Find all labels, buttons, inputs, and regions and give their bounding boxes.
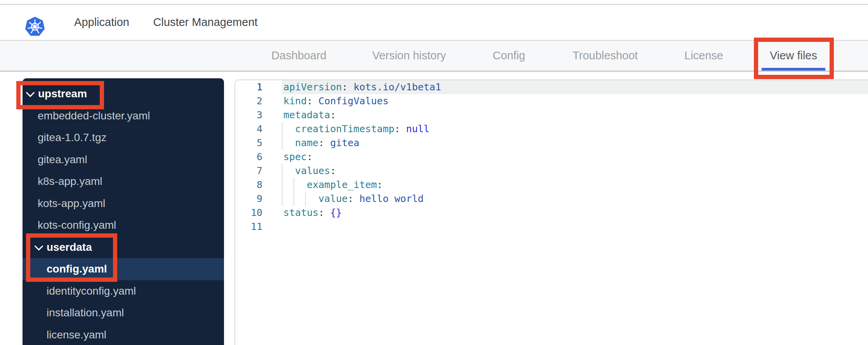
tab-application-label: Application: [74, 16, 129, 29]
subnav-version-history-label: Version history: [372, 49, 446, 62]
code-text: example_item:: [282, 178, 868, 192]
line-number: 4: [235, 122, 266, 136]
tree-file-label: kots-config.yaml: [38, 219, 116, 231]
subnav-dashboard-label: Dashboard: [271, 49, 326, 62]
tree-file-k8s-app[interactable]: k8s-app.yaml: [23, 171, 224, 193]
tree-folder-upstream-label: upstream: [38, 88, 87, 100]
line-number: 11: [235, 220, 266, 234]
chevron-down-icon: [35, 242, 43, 251]
tab-application[interactable]: Application: [74, 5, 129, 40]
tree-file-license[interactable]: license.yaml: [23, 324, 224, 345]
subnav-config-label: Config: [493, 49, 525, 62]
code-text: creationTimestamp: null: [282, 122, 868, 136]
tab-cluster-management[interactable]: Cluster Management: [153, 5, 257, 40]
tree-folder-userdata-label: userdata: [47, 241, 92, 254]
tree-file-gitea-tgz[interactable]: gitea-1.0.7.tgz: [23, 127, 224, 149]
file-content-editor[interactable]: 1apiVersion: kots.io/v1beta12kind: Confi…: [234, 79, 868, 345]
tree-file-label: gitea.yaml: [38, 154, 87, 166]
chevron-down-icon: [26, 88, 35, 97]
file-tree-sidebar: upstream embedded-cluster.yaml gitea-1.0…: [23, 78, 224, 345]
indent-guide: [282, 136, 283, 150]
code-text: value: hello world: [282, 192, 868, 206]
code-text: values:: [282, 164, 868, 178]
tree-file-label: installation.yaml: [47, 307, 124, 319]
code-line: 3metadata:: [235, 108, 868, 122]
line-number: 9: [235, 192, 266, 206]
app-subnav: Dashboard Version history Config Trouble…: [0, 41, 868, 72]
indent-guide: [282, 192, 283, 206]
code-line: 7 values:: [235, 164, 868, 178]
code-line: 10status: {}: [235, 206, 868, 220]
tree-file-label: identityconfig.yaml: [47, 285, 136, 297]
subnav-license[interactable]: License: [684, 41, 723, 71]
tree-file-kots-app[interactable]: kots-app.yaml: [23, 193, 224, 215]
line-number: 1: [235, 80, 266, 94]
code-text: apiVersion: kots.io/v1beta1: [282, 80, 868, 94]
indent-guide: [282, 178, 283, 192]
tree-file-label: gitea-1.0.7.tgz: [38, 131, 106, 144]
tree-folder-userdata[interactable]: userdata: [23, 236, 224, 259]
line-number: 6: [235, 150, 266, 164]
tree-file-installation[interactable]: installation.yaml: [23, 302, 224, 324]
tree-file-label: k8s-app.yaml: [38, 175, 102, 188]
subnav-version-history[interactable]: Version history: [372, 41, 446, 71]
subnav-troubleshoot[interactable]: Troubleshoot: [573, 41, 638, 71]
code-line: 11: [235, 220, 868, 234]
subnav-license-label: License: [684, 49, 723, 62]
tree-file-identityconfig[interactable]: identityconfig.yaml: [23, 280, 224, 302]
line-number: 10: [235, 206, 266, 220]
subnav-troubleshoot-label: Troubleshoot: [573, 49, 638, 62]
indent-guide: [282, 122, 283, 136]
indent-guide: [293, 192, 294, 206]
subnav-view-files-label: View files: [770, 49, 817, 62]
subnav-config[interactable]: Config: [493, 41, 525, 71]
subnav-dashboard[interactable]: Dashboard: [271, 41, 326, 71]
code-text: kind: ConfigValues: [282, 94, 868, 108]
tree-file-config-selected[interactable]: config.yaml: [23, 258, 224, 280]
code-line: 2kind: ConfigValues: [235, 94, 868, 108]
code-line: 5 name: gitea: [235, 136, 868, 150]
code-line: 4 creationTimestamp: null: [235, 122, 868, 136]
line-number: 2: [235, 94, 266, 108]
code-text: metadata:: [282, 108, 868, 122]
code-line: 9 value: hello world: [235, 192, 868, 206]
indent-guide: [282, 164, 283, 178]
kubernetes-logo-icon: [24, 16, 46, 38]
active-subnav-underline: [762, 68, 825, 71]
code-line: 8 example_item:: [235, 178, 868, 192]
tree-file-label: config.yaml: [47, 263, 107, 275]
code-line: 1apiVersion: kots.io/v1beta1: [235, 80, 868, 94]
code-text: name: gitea: [282, 136, 868, 150]
subnav-view-files[interactable]: View files: [770, 41, 817, 71]
line-number: 8: [235, 178, 266, 192]
line-number: 5: [235, 136, 266, 150]
line-number: 7: [235, 164, 266, 178]
indent-guide: [305, 192, 306, 206]
code-text: spec:: [282, 150, 868, 164]
tab-cluster-management-label: Cluster Management: [153, 16, 257, 29]
code-line: 6spec:: [235, 150, 868, 164]
tree-file-embedded-cluster[interactable]: embedded-cluster.yaml: [23, 105, 224, 127]
indent-guide: [293, 178, 294, 192]
tree-file-label: kots-app.yaml: [38, 197, 105, 210]
tree-folder-upstream[interactable]: upstream: [23, 83, 224, 105]
code-text: status: {}: [282, 206, 868, 220]
tree-file-label: license.yaml: [47, 329, 106, 341]
tree-file-gitea-yaml[interactable]: gitea.yaml: [23, 149, 224, 171]
line-number: 3: [235, 108, 266, 122]
app-header: Application Cluster Management: [0, 5, 868, 40]
tree-file-label: embedded-cluster.yaml: [38, 110, 150, 122]
tree-file-kots-config[interactable]: kots-config.yaml: [23, 214, 224, 236]
code-text: [282, 220, 868, 234]
code-lines: 1apiVersion: kots.io/v1beta12kind: Confi…: [235, 80, 868, 234]
